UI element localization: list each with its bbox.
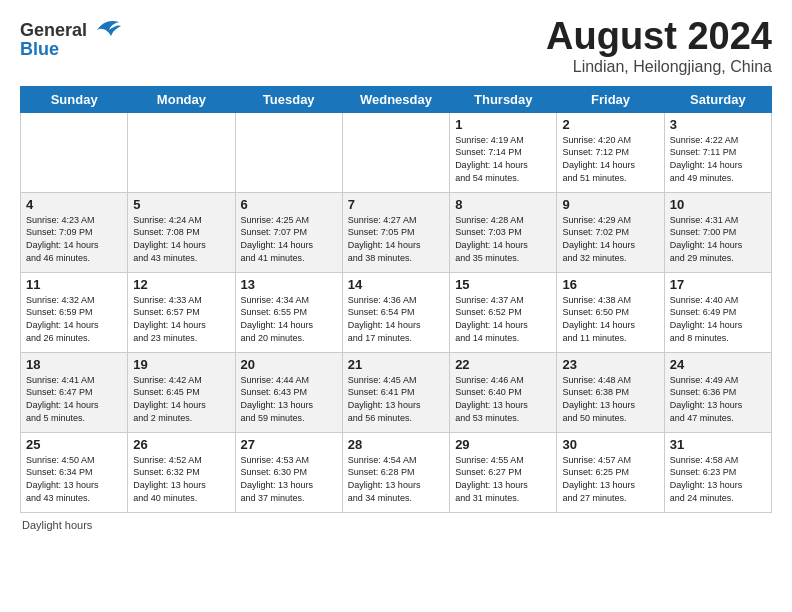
calendar-cell xyxy=(342,112,449,192)
day-info: Sunrise: 4:58 AM Sunset: 6:23 PM Dayligh… xyxy=(670,454,766,504)
day-number: 2 xyxy=(562,117,658,132)
day-number: 28 xyxy=(348,437,444,452)
day-info: Sunrise: 4:36 AM Sunset: 6:54 PM Dayligh… xyxy=(348,294,444,344)
calendar-cell: 8Sunrise: 4:28 AM Sunset: 7:03 PM Daylig… xyxy=(450,192,557,272)
day-info: Sunrise: 4:19 AM Sunset: 7:14 PM Dayligh… xyxy=(455,134,551,184)
calendar-cell: 30Sunrise: 4:57 AM Sunset: 6:25 PM Dayli… xyxy=(557,432,664,512)
day-number: 22 xyxy=(455,357,551,372)
calendar-cell: 16Sunrise: 4:38 AM Sunset: 6:50 PM Dayli… xyxy=(557,272,664,352)
calendar-cell: 5Sunrise: 4:24 AM Sunset: 7:08 PM Daylig… xyxy=(128,192,235,272)
calendar-cell: 9Sunrise: 4:29 AM Sunset: 7:02 PM Daylig… xyxy=(557,192,664,272)
day-info: Sunrise: 4:46 AM Sunset: 6:40 PM Dayligh… xyxy=(455,374,551,424)
day-number: 7 xyxy=(348,197,444,212)
day-info: Sunrise: 4:48 AM Sunset: 6:38 PM Dayligh… xyxy=(562,374,658,424)
calendar-cell xyxy=(235,112,342,192)
logo-bird-icon xyxy=(89,16,121,44)
day-number: 6 xyxy=(241,197,337,212)
day-info: Sunrise: 4:29 AM Sunset: 7:02 PM Dayligh… xyxy=(562,214,658,264)
weekday-header-row: SundayMondayTuesdayWednesdayThursdayFrid… xyxy=(21,86,772,112)
day-number: 25 xyxy=(26,437,122,452)
weekday-header-friday: Friday xyxy=(557,86,664,112)
day-number: 19 xyxy=(133,357,229,372)
day-info: Sunrise: 4:20 AM Sunset: 7:12 PM Dayligh… xyxy=(562,134,658,184)
day-info: Sunrise: 4:38 AM Sunset: 6:50 PM Dayligh… xyxy=(562,294,658,344)
calendar-cell: 14Sunrise: 4:36 AM Sunset: 6:54 PM Dayli… xyxy=(342,272,449,352)
calendar-cell: 1Sunrise: 4:19 AM Sunset: 7:14 PM Daylig… xyxy=(450,112,557,192)
day-number: 14 xyxy=(348,277,444,292)
month-title: August 2024 xyxy=(546,16,772,58)
page: General Blue August 2024 Lindian, Heilon… xyxy=(0,0,792,612)
weekday-header-sunday: Sunday xyxy=(21,86,128,112)
weekday-header-thursday: Thursday xyxy=(450,86,557,112)
calendar-week-row: 11Sunrise: 4:32 AM Sunset: 6:59 PM Dayli… xyxy=(21,272,772,352)
weekday-header-wednesday: Wednesday xyxy=(342,86,449,112)
calendar-week-row: 1Sunrise: 4:19 AM Sunset: 7:14 PM Daylig… xyxy=(21,112,772,192)
calendar-cell: 7Sunrise: 4:27 AM Sunset: 7:05 PM Daylig… xyxy=(342,192,449,272)
day-info: Sunrise: 4:32 AM Sunset: 6:59 PM Dayligh… xyxy=(26,294,122,344)
calendar-cell: 26Sunrise: 4:52 AM Sunset: 6:32 PM Dayli… xyxy=(128,432,235,512)
day-number: 16 xyxy=(562,277,658,292)
calendar-cell: 24Sunrise: 4:49 AM Sunset: 6:36 PM Dayli… xyxy=(664,352,771,432)
day-number: 24 xyxy=(670,357,766,372)
day-info: Sunrise: 4:31 AM Sunset: 7:00 PM Dayligh… xyxy=(670,214,766,264)
day-number: 8 xyxy=(455,197,551,212)
calendar-cell: 28Sunrise: 4:54 AM Sunset: 6:28 PM Dayli… xyxy=(342,432,449,512)
calendar-cell xyxy=(128,112,235,192)
day-number: 31 xyxy=(670,437,766,452)
weekday-header-monday: Monday xyxy=(128,86,235,112)
day-number: 13 xyxy=(241,277,337,292)
day-number: 18 xyxy=(26,357,122,372)
day-info: Sunrise: 4:22 AM Sunset: 7:11 PM Dayligh… xyxy=(670,134,766,184)
day-number: 1 xyxy=(455,117,551,132)
day-info: Sunrise: 4:49 AM Sunset: 6:36 PM Dayligh… xyxy=(670,374,766,424)
footer: Daylight hours xyxy=(20,519,772,531)
day-number: 17 xyxy=(670,277,766,292)
day-number: 5 xyxy=(133,197,229,212)
calendar-cell: 21Sunrise: 4:45 AM Sunset: 6:41 PM Dayli… xyxy=(342,352,449,432)
calendar-week-row: 18Sunrise: 4:41 AM Sunset: 6:47 PM Dayli… xyxy=(21,352,772,432)
day-number: 4 xyxy=(26,197,122,212)
calendar-cell: 29Sunrise: 4:55 AM Sunset: 6:27 PM Dayli… xyxy=(450,432,557,512)
calendar-cell xyxy=(21,112,128,192)
day-number: 20 xyxy=(241,357,337,372)
day-info: Sunrise: 4:33 AM Sunset: 6:57 PM Dayligh… xyxy=(133,294,229,344)
calendar-cell: 27Sunrise: 4:53 AM Sunset: 6:30 PM Dayli… xyxy=(235,432,342,512)
weekday-header-tuesday: Tuesday xyxy=(235,86,342,112)
day-number: 27 xyxy=(241,437,337,452)
logo: General Blue xyxy=(20,16,121,58)
calendar-week-row: 25Sunrise: 4:50 AM Sunset: 6:34 PM Dayli… xyxy=(21,432,772,512)
location-title: Lindian, Heilongjiang, China xyxy=(546,58,772,76)
day-info: Sunrise: 4:40 AM Sunset: 6:49 PM Dayligh… xyxy=(670,294,766,344)
day-info: Sunrise: 4:55 AM Sunset: 6:27 PM Dayligh… xyxy=(455,454,551,504)
day-info: Sunrise: 4:45 AM Sunset: 6:41 PM Dayligh… xyxy=(348,374,444,424)
daylight-hours-label: Daylight hours xyxy=(22,519,92,531)
day-info: Sunrise: 4:54 AM Sunset: 6:28 PM Dayligh… xyxy=(348,454,444,504)
day-info: Sunrise: 4:27 AM Sunset: 7:05 PM Dayligh… xyxy=(348,214,444,264)
day-info: Sunrise: 4:28 AM Sunset: 7:03 PM Dayligh… xyxy=(455,214,551,264)
title-block: August 2024 Lindian, Heilongjiang, China xyxy=(546,16,772,76)
logo-text-general: General xyxy=(20,21,87,39)
calendar-cell: 17Sunrise: 4:40 AM Sunset: 6:49 PM Dayli… xyxy=(664,272,771,352)
day-info: Sunrise: 4:44 AM Sunset: 6:43 PM Dayligh… xyxy=(241,374,337,424)
calendar-cell: 20Sunrise: 4:44 AM Sunset: 6:43 PM Dayli… xyxy=(235,352,342,432)
day-number: 15 xyxy=(455,277,551,292)
calendar-cell: 6Sunrise: 4:25 AM Sunset: 7:07 PM Daylig… xyxy=(235,192,342,272)
day-info: Sunrise: 4:53 AM Sunset: 6:30 PM Dayligh… xyxy=(241,454,337,504)
day-number: 29 xyxy=(455,437,551,452)
day-info: Sunrise: 4:52 AM Sunset: 6:32 PM Dayligh… xyxy=(133,454,229,504)
day-info: Sunrise: 4:41 AM Sunset: 6:47 PM Dayligh… xyxy=(26,374,122,424)
calendar-cell: 25Sunrise: 4:50 AM Sunset: 6:34 PM Dayli… xyxy=(21,432,128,512)
day-number: 23 xyxy=(562,357,658,372)
header: General Blue August 2024 Lindian, Heilon… xyxy=(20,16,772,76)
calendar-cell: 19Sunrise: 4:42 AM Sunset: 6:45 PM Dayli… xyxy=(128,352,235,432)
day-number: 10 xyxy=(670,197,766,212)
calendar-week-row: 4Sunrise: 4:23 AM Sunset: 7:09 PM Daylig… xyxy=(21,192,772,272)
day-info: Sunrise: 4:57 AM Sunset: 6:25 PM Dayligh… xyxy=(562,454,658,504)
day-info: Sunrise: 4:25 AM Sunset: 7:07 PM Dayligh… xyxy=(241,214,337,264)
day-info: Sunrise: 4:34 AM Sunset: 6:55 PM Dayligh… xyxy=(241,294,337,344)
weekday-header-saturday: Saturday xyxy=(664,86,771,112)
calendar-cell: 22Sunrise: 4:46 AM Sunset: 6:40 PM Dayli… xyxy=(450,352,557,432)
calendar-table: SundayMondayTuesdayWednesdayThursdayFrid… xyxy=(20,86,772,513)
calendar-cell: 31Sunrise: 4:58 AM Sunset: 6:23 PM Dayli… xyxy=(664,432,771,512)
day-number: 3 xyxy=(670,117,766,132)
